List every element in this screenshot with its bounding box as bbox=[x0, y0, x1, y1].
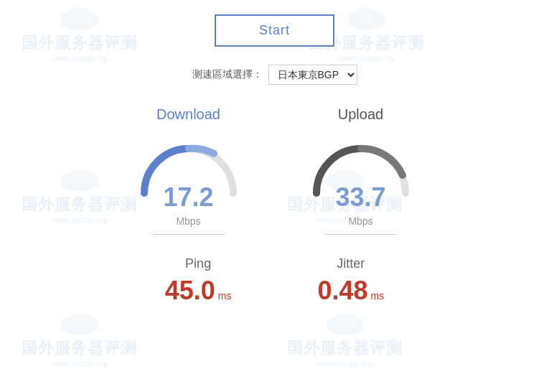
ping-label: Ping bbox=[185, 256, 211, 271]
upload-unit: Mbps bbox=[335, 215, 385, 227]
region-select[interactable]: 日本東京BGP bbox=[268, 65, 357, 85]
main-content: Start 测速區域選擇： 日本東京BGP Download 17.2 Mbps bbox=[0, 0, 549, 306]
download-divider bbox=[153, 234, 225, 235]
ping-unit: ms bbox=[218, 290, 232, 302]
download-label: Download bbox=[156, 106, 220, 123]
download-value: 17.2 bbox=[163, 182, 213, 213]
ping-value-wrap: 45.0 ms bbox=[165, 276, 232, 306]
download-unit: Mbps bbox=[163, 215, 213, 227]
start-button[interactable]: Start bbox=[215, 14, 334, 47]
svg-point-18 bbox=[78, 316, 97, 331]
svg-point-22 bbox=[343, 316, 362, 331]
ping-value: 45.0 bbox=[165, 276, 215, 306]
region-selector: 测速區域選擇： 日本東京BGP bbox=[192, 65, 357, 85]
download-gauge: Download 17.2 Mbps bbox=[131, 106, 246, 235]
upload-label: Upload bbox=[338, 106, 383, 123]
watermark-6: 国外服务器评测 -www.idcspy.org- bbox=[287, 309, 403, 368]
watermark-5: 国外服务器评测 -www.idcspy.org- bbox=[22, 309, 137, 368]
svg-point-23 bbox=[333, 313, 357, 330]
upload-value: 33.7 bbox=[335, 182, 385, 213]
svg-point-20 bbox=[326, 316, 364, 335]
stats-row: Ping 45.0 ms Jitter 0.48 ms bbox=[165, 256, 385, 306]
upload-gauge: Upload 33.7 Mbps bbox=[304, 106, 418, 235]
region-label: 测速區域選擇： bbox=[192, 68, 263, 81]
svg-point-16 bbox=[60, 316, 98, 335]
svg-point-21 bbox=[326, 317, 347, 333]
svg-point-17 bbox=[60, 317, 82, 333]
gauges-row: Download 17.2 Mbps Upload bbox=[131, 106, 418, 235]
ping-container: Ping 45.0 ms bbox=[165, 256, 232, 306]
jitter-value: 0.48 bbox=[318, 276, 368, 306]
upload-divider bbox=[325, 234, 397, 235]
jitter-value-wrap: 0.48 ms bbox=[318, 276, 385, 306]
svg-point-19 bbox=[67, 313, 91, 330]
jitter-container: Jitter 0.48 ms bbox=[318, 256, 385, 306]
jitter-label: Jitter bbox=[337, 256, 365, 271]
jitter-unit: ms bbox=[371, 290, 385, 302]
